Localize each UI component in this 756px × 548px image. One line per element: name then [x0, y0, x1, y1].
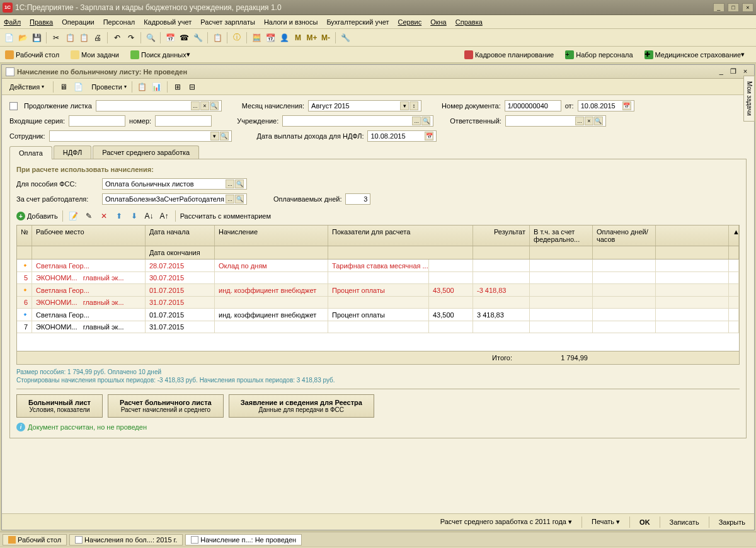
col-n[interactable]: №: [17, 225, 32, 246]
conduct-button[interactable]: Провести: [86, 82, 128, 92]
nav-search[interactable]: Поиск данных ▾: [128, 49, 193, 60]
btn-sick-leave[interactable]: Больничный листУсловия, показатели: [16, 394, 103, 418]
down-icon[interactable]: ⬇: [128, 210, 140, 222]
col-date-start[interactable]: Дата начала: [146, 225, 215, 246]
tab-payment[interactable]: Оплата: [9, 146, 52, 159]
edit-icon[interactable]: 📝: [67, 210, 80, 222]
nav-planning[interactable]: Кадровое планирование: [462, 49, 556, 60]
footer-save[interactable]: Записать: [666, 517, 703, 527]
doc-maximize[interactable]: ❐: [728, 67, 738, 76]
save-icon[interactable]: 💾: [30, 31, 43, 44]
tab-avg[interactable]: Расчет среднего заработка: [93, 146, 199, 159]
col-place[interactable]: Рабочее место: [32, 225, 146, 246]
actions-dropdown[interactable]: Действия: [4, 82, 49, 92]
up-icon[interactable]: ⬆: [113, 210, 125, 222]
pencil-icon[interactable]: ✎: [83, 210, 95, 222]
menu-windows[interactable]: Окна: [430, 18, 447, 26]
resp-input[interactable]: ...×🔍: [505, 115, 606, 127]
col-expand[interactable]: ▲: [729, 225, 739, 246]
nav-desktop[interactable]: Рабочий стол: [3, 49, 62, 60]
open-icon[interactable]: 📂: [16, 31, 29, 44]
fss-input[interactable]: Оплата больничных листов...🔍: [102, 178, 247, 190]
btn-calc-sick[interactable]: Расчет больничного листаРасчет начислени…: [108, 394, 224, 418]
paste-icon[interactable]: 📋: [77, 31, 90, 44]
mplus-button[interactable]: M+: [306, 31, 318, 44]
menu-hr[interactable]: Кадровый учет: [144, 18, 192, 26]
date-icon[interactable]: 📆: [264, 31, 277, 44]
undo-icon[interactable]: ↶: [111, 31, 123, 44]
footer-ok[interactable]: OK: [636, 517, 654, 527]
task-accruals[interactable]: Начисления по бол...: 2015 г.: [69, 534, 183, 545]
doc-minimize[interactable]: _: [716, 67, 726, 76]
docnum-input[interactable]: 1/000000040: [505, 100, 561, 111]
menu-service[interactable]: Сервис: [398, 18, 422, 26]
nav-tasks[interactable]: Мои задачи: [68, 49, 122, 60]
redo-icon[interactable]: ↷: [125, 31, 137, 44]
org-input[interactable]: ...🔍: [282, 115, 433, 127]
sort-desc-icon[interactable]: A↑: [158, 210, 171, 222]
col-date-end[interactable]: Дата окончания: [146, 246, 215, 259]
menu-operations[interactable]: Операции: [62, 18, 94, 26]
continuation-checkbox[interactable]: [9, 102, 18, 110]
print-icon[interactable]: 🖨: [91, 31, 104, 44]
calc-icon[interactable]: 🖥: [57, 81, 70, 93]
help-icon[interactable]: ⓘ: [231, 31, 243, 44]
tab-ndfl[interactable]: НДФЛ: [54, 146, 91, 159]
delete-icon[interactable]: ✕: [98, 210, 110, 222]
col-indicators[interactable]: Показатели для расчета: [328, 225, 473, 246]
menu-edit[interactable]: Правка: [30, 18, 53, 26]
footer-print[interactable]: Печать ▾: [588, 517, 624, 527]
menu-taxes[interactable]: Налоги и взносы: [264, 18, 318, 26]
cut-icon[interactable]: ✂: [50, 31, 62, 44]
employer-input[interactable]: ОплатаБолезниЗаСчетРаботодателя...🔍: [102, 193, 247, 205]
phone-icon[interactable]: ☎: [178, 31, 190, 44]
table-row[interactable]: 7ЭКОНОМИ... главный эк...31.07.2015: [17, 321, 739, 333]
col-federal[interactable]: В т.ч. за счет федерально...: [530, 225, 593, 246]
sort-asc-icon[interactable]: A↓: [143, 210, 156, 222]
table-row[interactable]: 6ЭКОНОМИ... главный эк...31.07.2015: [17, 297, 739, 309]
menu-personnel[interactable]: Персонал: [103, 18, 135, 26]
m-button[interactable]: M: [292, 31, 304, 44]
task-desktop[interactable]: Рабочий стол: [3, 534, 67, 545]
calc-comment-button[interactable]: Рассчитать с комментарием: [180, 212, 271, 220]
menu-help[interactable]: Справка: [455, 18, 483, 26]
btn-registry[interactable]: Заявление и сведения для РеестраДанные д…: [229, 394, 374, 418]
tool3-icon[interactable]: 🔧: [192, 31, 204, 44]
ndfl-date-input[interactable]: 10.08.2015📅: [367, 130, 437, 142]
number-input[interactable]: [155, 115, 212, 127]
copy-icon[interactable]: 📋: [64, 31, 76, 44]
struct2-icon[interactable]: ⊟: [186, 81, 198, 93]
footer-avg[interactable]: Расчет среднего заработка с 2011 года ▾: [437, 517, 576, 527]
doc-icon2[interactable]: 📄: [72, 81, 84, 93]
col-paid[interactable]: Оплачено дней/часов: [593, 225, 656, 246]
col-result[interactable]: Результат: [473, 225, 530, 246]
days-input[interactable]: 3: [345, 193, 370, 205]
menu-salary[interactable]: Расчет зарплаты: [200, 18, 255, 26]
wrench-icon[interactable]: 🔧: [339, 31, 352, 44]
table-row[interactable]: 🔹Светлана Геор...01.07.2015инд. коэффици…: [17, 309, 739, 321]
series-input[interactable]: [69, 115, 125, 127]
nav-medical[interactable]: ✚Медицинское страхование ▾: [642, 49, 747, 60]
nav-recruit[interactable]: +Набор персонала: [563, 49, 635, 60]
menu-file[interactable]: Файл: [4, 18, 21, 26]
docdate-input[interactable]: 10.08.2015📅: [578, 100, 634, 111]
search-icon[interactable]: 🔍: [144, 31, 157, 44]
task-current[interactable]: Начисление п...: Не проведен: [185, 534, 302, 545]
copy2-icon[interactable]: 📋: [211, 31, 224, 44]
list-icon[interactable]: 📋: [136, 81, 149, 93]
add-button[interactable]: +Добавить: [16, 212, 58, 220]
col-accrual[interactable]: Начисление: [215, 225, 328, 246]
footer-close[interactable]: Закрыть: [715, 517, 749, 527]
continuation-input[interactable]: ...×🔍: [96, 100, 222, 111]
month-input[interactable]: Август 2015▾↕: [308, 100, 421, 111]
doc-close[interactable]: ×: [740, 67, 750, 76]
table-row[interactable]: 🔸Светлана Геор...28.07.2015Оклад по дням…: [17, 260, 739, 272]
calc-icon[interactable]: 🧮: [250, 31, 263, 44]
menu-accounting[interactable]: Бухгалтерский учет: [326, 18, 389, 26]
minimize-button[interactable]: _: [713, 3, 724, 12]
calendar-icon[interactable]: 📅: [164, 31, 176, 44]
table-row[interactable]: 🔸Светлана Геор...01.07.2015инд. коэффици…: [17, 284, 739, 297]
employee-input[interactable]: ▾🔍: [49, 130, 232, 142]
close-button[interactable]: ×: [742, 3, 753, 12]
person-icon[interactable]: 👤: [278, 31, 290, 44]
